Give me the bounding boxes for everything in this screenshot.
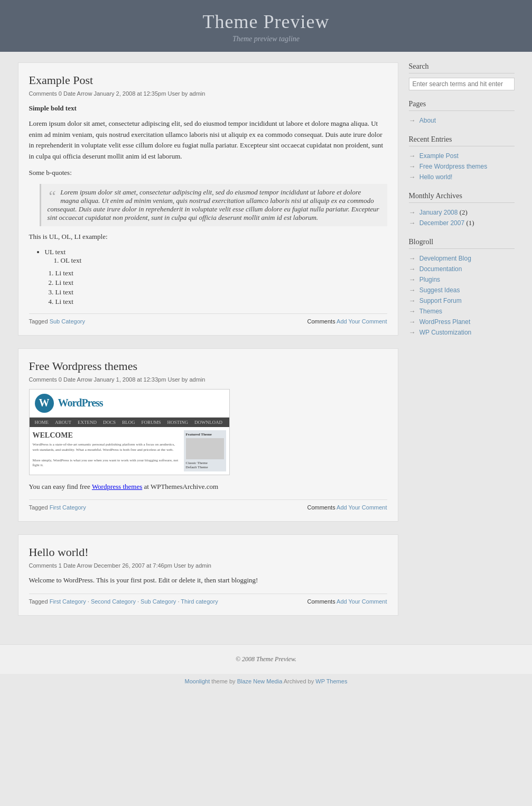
theme-preview xyxy=(186,438,224,459)
wp-body-left: WELCOME WordPress is a state-of-the-art … xyxy=(33,430,181,471)
tagged-label: Tagged First Category · Second Category … xyxy=(29,598,218,605)
list-item: Plugins xyxy=(409,274,515,285)
wordpress-themes-link[interactable]: Wordpress themes xyxy=(92,483,142,490)
post-footer: Tagged First Category Comments Add Your … xyxy=(29,499,387,511)
wp-themes-link[interactable]: WP Themes xyxy=(315,678,347,684)
footer-links: Moonlight theme by Blaze New Media Archi… xyxy=(0,674,532,689)
nav-extend: EXTEND xyxy=(74,418,100,427)
wordpress-planet-link[interactable]: WordPress Planet xyxy=(419,318,471,326)
post-footer: Tagged First Category · Second Category … xyxy=(29,594,387,605)
post-body: Lorem ipsum dolor sit amet, consectetur … xyxy=(29,118,387,162)
archive-count: (2) xyxy=(460,208,468,216)
list-item: Example Post xyxy=(409,151,515,161)
main-wrapper: Example Post Comments 0 Date Arrow Janua… xyxy=(13,52,520,639)
category-link-1[interactable]: First Category xyxy=(50,598,86,605)
author-link[interactable]: admin xyxy=(189,90,205,97)
nav-about: ABOUT xyxy=(52,418,74,427)
blogroll-list: Development Blog Documentation Plugins S… xyxy=(409,253,515,338)
ul-list: UL text OL text xyxy=(45,248,387,265)
post-meta: Comments 0 Date Arrow January 2, 2008 at… xyxy=(29,90,387,97)
bquote-label: Some b-quotes: xyxy=(29,168,387,179)
blogroll-link[interactable]: Development Blog xyxy=(419,255,471,262)
search-input[interactable] xyxy=(409,78,515,90)
wp-welcome: WELCOME xyxy=(33,430,181,441)
comments-action: Comments Add Your Comment xyxy=(307,504,387,511)
nav-download: DOWNLOAD xyxy=(191,418,226,427)
post-meta: Comments 1 Date Arrow December 26, 2007 … xyxy=(29,562,387,569)
moonlight-link[interactable]: Moonlight xyxy=(185,678,210,684)
list-item: Documentation xyxy=(409,264,515,274)
pages-list: About xyxy=(409,115,515,126)
add-comment-link[interactable]: Add Your Comment xyxy=(337,318,387,325)
support-forum-link[interactable]: Support Forum xyxy=(419,297,462,304)
wp-customization-link[interactable]: WP Customization xyxy=(419,329,471,336)
category-link[interactable]: First Category xyxy=(50,504,86,511)
list-label: This is UL, OL, LI example: xyxy=(29,231,387,243)
list-item: Development Blog xyxy=(409,253,515,264)
wp-body-text: WordPress is a state-of-the-art semantic… xyxy=(33,442,181,453)
blogroll-link[interactable]: Suggest Ideas xyxy=(419,286,460,294)
li-list: Li text Li text Li text Li text xyxy=(55,269,387,306)
author-link[interactable]: admin xyxy=(195,562,211,569)
post-title: Hello world! xyxy=(29,545,387,559)
nav-blog: BLOG xyxy=(119,418,138,427)
post-date: January 1, 2008 at 12:33pm xyxy=(94,376,166,383)
site-header: Theme Preview Theme preview tagline xyxy=(0,0,532,52)
post-footer: Tagged Sub Category Comments Add Your Co… xyxy=(29,313,387,325)
footer-theme-by: theme by xyxy=(211,678,237,684)
list-item: January 2008 (2) xyxy=(409,207,515,218)
comments-label: Comments xyxy=(29,376,57,383)
category-link[interactable]: Sub Category xyxy=(50,318,85,325)
user-label: User by xyxy=(167,90,189,97)
post-wordpress-themes: Free Wordpress themes Comments 0 Date Ar… xyxy=(18,348,398,522)
archive-count: (1) xyxy=(466,219,474,227)
post-body-text: You can easy find free Wordpress themes … xyxy=(29,481,387,493)
post-body: Welcome to WordPress. This is your first… xyxy=(29,575,387,586)
wp-logo-letter: W xyxy=(39,397,50,409)
wp-body-text2: More simply, WordPress is what you use w… xyxy=(33,458,181,469)
sidebar-pages: Pages About xyxy=(409,100,515,126)
recent-entry-link[interactable]: Example Post xyxy=(419,152,459,160)
ul-item: UL text OL text xyxy=(45,248,387,265)
ol-list: OL text xyxy=(61,256,387,265)
list-item: Li text xyxy=(55,269,387,277)
archive-link[interactable]: January 2008 xyxy=(419,209,458,216)
date-label: Date Arrow xyxy=(63,376,94,383)
about-link[interactable]: About xyxy=(419,117,436,124)
archive-link[interactable]: December 2007 xyxy=(419,219,464,227)
add-comment-link[interactable]: Add Your Comment xyxy=(337,598,387,605)
footer-copyright: © 2008 Theme Preview. xyxy=(236,655,296,663)
post-hello-world: Hello world! Comments 1 Date Arrow Decem… xyxy=(18,534,398,616)
post-title: Free Wordpress themes xyxy=(29,359,387,373)
themes-link[interactable]: Themes xyxy=(419,308,442,315)
category-link-3[interactable]: Sub Category xyxy=(141,598,176,605)
recent-entry-link[interactable]: Hello world! xyxy=(419,173,453,181)
list-item: Li text xyxy=(55,279,387,287)
list-item: Free Wordpress themes xyxy=(409,161,515,172)
sidebar-monthly-archives: Monthly Archives January 2008 (2) Decemb… xyxy=(409,192,515,228)
comments-action: Comments Add Your Comment xyxy=(307,598,387,605)
user-label: User by xyxy=(174,562,195,569)
comments-label: Comments xyxy=(29,90,57,97)
site-title: Theme Preview xyxy=(0,11,532,33)
tagged-label: Tagged First Category xyxy=(29,504,86,511)
blogroll-link[interactable]: Plugins xyxy=(419,276,440,283)
recent-entry-link[interactable]: Free Wordpress themes xyxy=(419,163,488,170)
category-link-4[interactable]: Third category xyxy=(181,598,218,605)
blogroll-link[interactable]: Documentation xyxy=(419,265,462,273)
blockquote-text: Lorem ipsum dolor sit amet, consectetur … xyxy=(48,188,379,221)
recent-entries-title: Recent Entries xyxy=(409,135,515,146)
author-link[interactable]: admin xyxy=(189,376,205,383)
post-content: W WordPress HOME ABOUT EXTEND DOCS BLOG … xyxy=(29,389,387,493)
blaze-link[interactable]: Blaze New Media xyxy=(237,678,283,684)
comments-action: Comments Add Your Comment xyxy=(307,318,387,325)
archives-title: Monthly Archives xyxy=(409,192,515,203)
list-item: Suggest Ideas xyxy=(409,285,515,295)
category-link-2[interactable]: Second Category xyxy=(91,598,136,605)
footer-archived: Archived by xyxy=(284,678,316,684)
add-comment-link[interactable]: Add Your Comment xyxy=(337,504,387,511)
nav-home: HOME xyxy=(32,418,52,427)
theme-name: Classic Theme xyxy=(186,461,224,465)
post-example: Example Post Comments 0 Date Arrow Janua… xyxy=(18,62,398,336)
sidebar: Search Pages About Recent Entries Exampl… xyxy=(409,62,515,628)
